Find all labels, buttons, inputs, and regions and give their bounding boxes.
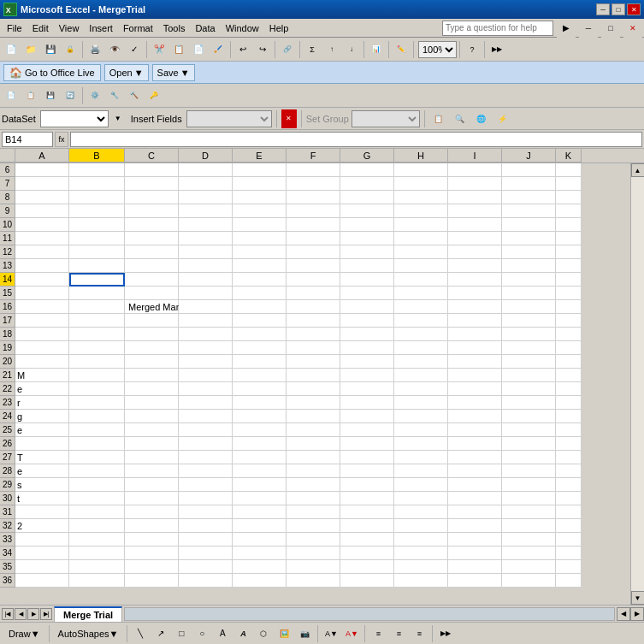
cell-I24[interactable] [448, 410, 502, 423]
cell-B18[interactable] [69, 328, 125, 341]
cell-B33[interactable] [69, 533, 125, 547]
cell-I30[interactable] [448, 492, 502, 505]
row-header-21[interactable]: 21 [0, 369, 15, 382]
cell-A21[interactable]: M [15, 369, 69, 382]
close-button[interactable]: ✕ [627, 3, 641, 15]
paste-button[interactable]: 📄 [189, 40, 208, 59]
cell-H26[interactable] [394, 437, 448, 451]
xml-icon4[interactable]: ⚡ [493, 109, 512, 128]
cell-G23[interactable] [340, 396, 394, 410]
cell-K23[interactable] [556, 396, 582, 410]
row-header-12[interactable]: 12 [0, 245, 15, 259]
row-header-6[interactable]: 6 [0, 163, 15, 177]
permission-button[interactable]: 🔒 [61, 40, 80, 59]
cell-B16[interactable] [69, 300, 125, 314]
cell-J34[interactable] [502, 547, 556, 560]
cell-C19[interactable] [125, 341, 179, 355]
cell-G7[interactable] [340, 177, 394, 191]
cell-B22[interactable] [69, 382, 125, 396]
vertical-scrollbar[interactable]: ▲ ▼ [630, 163, 644, 605]
cell-K6[interactable] [556, 163, 582, 177]
cell-K22[interactable] [556, 382, 582, 396]
cell-C10[interactable] [125, 218, 179, 232]
cell-E36[interactable] [233, 574, 287, 588]
cell-H33[interactable] [394, 533, 448, 547]
cell-D26[interactable] [179, 437, 233, 451]
cell-E17[interactable] [233, 314, 287, 328]
cell-E31[interactable] [233, 505, 287, 519]
undo-button[interactable]: ↩ [233, 40, 252, 59]
cell-I29[interactable] [448, 478, 502, 492]
cell-B28[interactable] [69, 464, 125, 478]
cell-A23[interactable]: r [15, 396, 69, 410]
cell-D24[interactable] [179, 410, 233, 423]
cell-F30[interactable] [287, 492, 340, 505]
cell-J19[interactable] [502, 341, 556, 355]
cell-C14[interactable] [125, 273, 179, 287]
cell-I17[interactable] [448, 314, 502, 328]
cell-E24[interactable] [233, 410, 287, 423]
cell-E29[interactable] [233, 478, 287, 492]
corner-cell[interactable] [0, 149, 15, 162]
cell-G6[interactable] [340, 163, 394, 177]
cell-J10[interactable] [502, 218, 556, 232]
tab-first-button[interactable]: |◀ [2, 608, 14, 620]
cell-D15[interactable] [179, 287, 233, 300]
scroll-up-button[interactable]: ▲ [631, 163, 645, 177]
cell-I18[interactable] [448, 328, 502, 341]
cell-K34[interactable] [556, 547, 582, 560]
cell-F29[interactable] [287, 478, 340, 492]
tab-last-button[interactable]: ▶| [40, 608, 52, 620]
cell-G21[interactable] [340, 369, 394, 382]
cell-I19[interactable] [448, 341, 502, 355]
open-button[interactable]: 📁 [21, 40, 40, 59]
drawing-button[interactable]: ✏️ [392, 40, 411, 59]
cell-I11[interactable] [448, 232, 502, 245]
fmt-icon4[interactable]: 🔄 [61, 86, 80, 105]
cell-G13[interactable] [340, 259, 394, 273]
cell-J9[interactable] [502, 204, 556, 218]
menu-format[interactable]: Format [118, 21, 158, 35]
zoom-select[interactable]: 100% [418, 41, 457, 58]
row-header-17[interactable]: 17 [0, 314, 15, 328]
cell-C18[interactable] [125, 328, 179, 341]
cell-F26[interactable] [287, 437, 340, 451]
cell-J6[interactable] [502, 163, 556, 177]
cell-B6[interactable] [69, 163, 125, 177]
cell-D16[interactable] [179, 300, 233, 314]
cell-I33[interactable] [448, 533, 502, 547]
cell-F13[interactable] [287, 259, 340, 273]
cell-E10[interactable] [233, 218, 287, 232]
horizontal-scrollbar-track[interactable] [124, 607, 615, 621]
cell-H31[interactable] [394, 505, 448, 519]
wordart-tool[interactable]: A [233, 624, 252, 643]
cell-C31[interactable] [125, 505, 179, 519]
cell-J14[interactable] [502, 273, 556, 287]
cell-D36[interactable] [179, 574, 233, 588]
cell-J29[interactable] [502, 478, 556, 492]
cell-E6[interactable] [233, 163, 287, 177]
col-header-k[interactable]: K [556, 149, 582, 162]
cell-H10[interactable] [394, 218, 448, 232]
cell-H23[interactable] [394, 396, 448, 410]
cell-H14[interactable] [394, 273, 448, 287]
cell-E26[interactable] [233, 437, 287, 451]
cell-B20[interactable] [69, 355, 125, 369]
cell-G32[interactable] [340, 519, 394, 533]
row-header-25[interactable]: 25 [0, 423, 15, 437]
cell-C11[interactable] [125, 232, 179, 245]
cell-C26[interactable] [125, 437, 179, 451]
cell-G27[interactable] [340, 451, 394, 464]
cell-F17[interactable] [287, 314, 340, 328]
row-header-10[interactable]: 10 [0, 218, 15, 232]
save-dropdown-button[interactable]: Save ▼ [152, 64, 195, 81]
cell-G29[interactable] [340, 478, 394, 492]
cell-H22[interactable] [394, 382, 448, 396]
cell-G12[interactable] [340, 245, 394, 259]
cell-A32[interactable]: 2 [15, 519, 69, 533]
format-painter[interactable]: 🖌️ [209, 40, 227, 59]
cell-B15[interactable] [69, 287, 125, 300]
cell-C12[interactable] [125, 245, 179, 259]
menu-tools[interactable]: Tools [158, 21, 191, 35]
cell-I22[interactable] [448, 382, 502, 396]
